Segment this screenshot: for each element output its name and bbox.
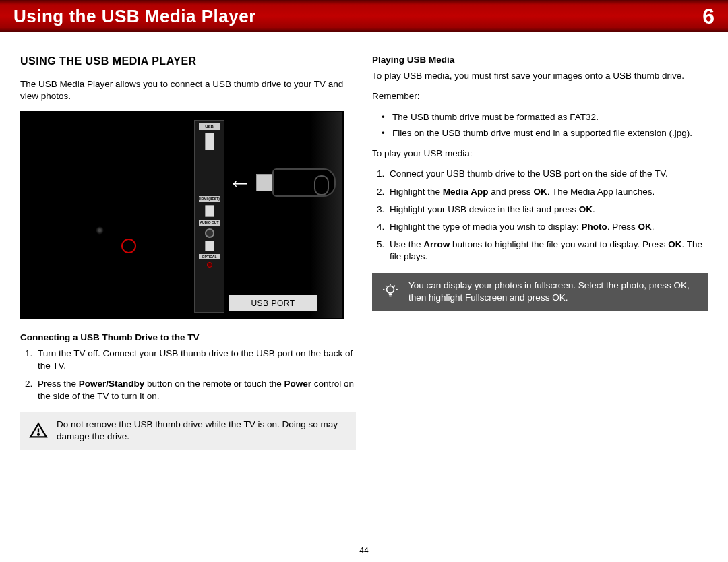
step-2-bold2: Power [284,379,311,389]
remember-item-2: Files on the USB thumb drive must end in… [392,127,708,139]
red-dot-icon [207,262,212,268]
chapter-header: Using the USB Media Player 6 [0,0,728,32]
step-2: Press the Power/Standby button on the re… [35,378,356,402]
usb-port-tag: USB PORT [229,295,317,311]
usb-label: USB [199,123,220,130]
t: . The Media App launches. [547,187,655,197]
b: Media App [443,187,489,197]
t: . Press [607,222,638,232]
pstep-4: Highlight the type of media you wish to … [387,221,708,233]
b: OK [533,187,547,197]
play-label: To play your USB media: [372,148,708,160]
connecting-steps: Turn the TV off. Connect your USB thumb … [20,348,356,402]
t: . [593,204,595,214]
t: and press [489,187,534,197]
hdmi-port-icon [205,205,214,217]
step-2-text2: button on the remote or touch the [144,379,284,389]
t: buttons to highlight the file you want t… [450,239,668,249]
svg-line-9 [394,286,395,287]
optical-label: OPTICAL [199,254,220,260]
right-column: Playing USB Media To play USB media, you… [372,54,708,450]
tip-callout: You can display your photos in fullscree… [372,273,708,311]
page-content: USING THE USB MEDIA PLAYER The USB Media… [0,32,728,457]
remember-label: Remember: [372,90,708,102]
warning-icon [28,420,49,441]
red-ring-icon [121,239,136,253]
usb-connector-icon [256,174,272,191]
playing-intro: To play USB media, you must first save y… [372,70,708,82]
b: Arrow [423,239,450,249]
screw-icon [96,226,104,235]
usb-port-icon [205,133,214,150]
t: Highlight the type of media you wish to … [390,222,581,232]
arrow-left-icon: ← [228,166,252,199]
chapter-number: 6 [702,4,715,29]
page-number: 44 [0,546,728,555]
hdmi-label: HDMI (BEST) [199,196,220,202]
remember-list: The USB thumb drive must be formatted as… [372,111,708,139]
warning-callout: Do not remove the USB thumb drive while … [20,412,356,449]
intro-paragraph: The USB Media Player allows you to conne… [20,78,356,102]
t: Highlight your USB device in the list an… [390,204,579,214]
svg-point-2 [387,286,394,293]
warning-text: Do not remove the USB thumb drive while … [57,418,348,443]
left-column: USING THE USB MEDIA PLAYER The USB Media… [20,54,356,450]
step-2-bold1: Power/Standby [79,379,145,389]
chapter-title: Using the USB Media Player [13,6,256,27]
usb-body-icon [272,168,336,197]
section-heading: USING THE USB MEDIA PLAYER [20,54,356,69]
tip-text: You can display your photos in fullscree… [408,280,700,304]
usb-stick-illustration: ← [228,164,336,201]
lightbulb-icon [380,282,400,302]
remember-item-1: The USB thumb drive must be formatted as… [392,111,708,123]
optical-port-icon [205,241,214,251]
pstep-1: Connect your USB thumb drive to the USB … [387,168,708,180]
b: OK [638,222,651,232]
audio-label: AUDIO OUT [199,220,220,226]
svg-point-1 [38,434,39,435]
audio-port-icon [205,228,214,238]
t: Use the [390,239,423,249]
t: Highlight the [390,187,443,197]
connecting-heading: Connecting a USB Thumb Drive to the TV [20,332,356,344]
pstep-3: Highlight your USB device in the list an… [387,204,708,216]
port-panel: USB HDMI (BEST) AUDIO OUT OPTICAL [194,120,224,313]
tv-usb-diagram: USB HDMI (BEST) AUDIO OUT OPTICAL ← USB … [20,111,344,319]
b: Photo [581,222,607,232]
step-1: Turn the TV off. Connect your USB thumb … [35,348,356,372]
play-steps: Connect your USB thumb drive to the USB … [372,168,708,263]
pstep-2: Highlight the Media App and press OK. Th… [387,186,708,198]
pstep-5: Use the Arrow buttons to highlight the f… [387,239,708,263]
b: OK [579,204,593,214]
b: OK [668,239,681,249]
step-2-text: Press the [38,379,79,389]
playing-heading: Playing USB Media [372,54,708,66]
t: . [652,222,655,232]
svg-line-8 [386,286,387,287]
